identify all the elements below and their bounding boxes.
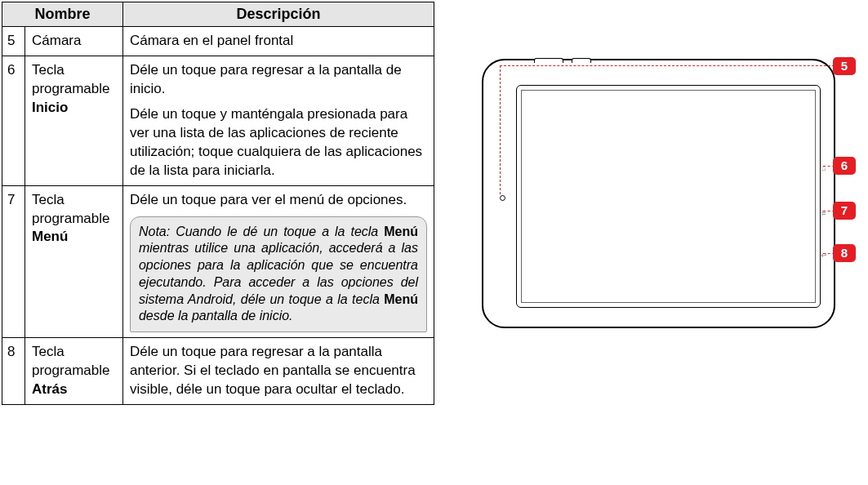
home-softkey-icon: ⌂ (818, 162, 830, 174)
menu-softkey-icon: ≡ (818, 207, 830, 219)
table-row: 7 Tecla programable Menú Déle un toque p… (2, 185, 434, 338)
table-row: 8 Tecla programable Atrás Déle un toque … (2, 338, 434, 405)
note-box: Nota: Cuando le dé un toque a la tecla M… (130, 216, 427, 333)
callout-label-7: 7 (833, 202, 856, 220)
callout-label-6: 6 (833, 157, 856, 175)
row-number: 6 (2, 56, 25, 185)
row-description: Déle un toque para ver el menú de opcion… (122, 185, 434, 338)
device-diagram: ⌂ ≡ ↵ 5 6 7 8 (457, 59, 857, 332)
table-row: 6 Tecla programable Inicio Déle un toque… (2, 56, 434, 185)
leader-line (500, 65, 501, 194)
screen-outline (516, 85, 821, 308)
row-number: 5 (2, 27, 25, 56)
row-name: Cámara (24, 27, 122, 56)
row-number: 8 (2, 338, 25, 405)
camera-icon (500, 195, 505, 201)
back-softkey-icon: ↵ (818, 250, 830, 261)
leader-line (500, 65, 839, 66)
row-number: 7 (2, 185, 25, 338)
row-name: Tecla programable Menú (24, 185, 122, 338)
top-button-icon (534, 58, 563, 63)
row-description: Déle un toque para regresar a la pantall… (122, 338, 434, 405)
callout-label-8: 8 (833, 244, 856, 262)
row-description: Déle un toque para regresar a la pantall… (122, 56, 434, 185)
table-row: 5 Cámara Cámara en el panel frontal (2, 27, 434, 56)
parts-table: Nombre Descripción 5 Cámara Cámara en el… (2, 2, 434, 405)
top-button-icon (572, 58, 591, 63)
row-description: Cámara en el panel frontal (122, 27, 434, 56)
row-name: Tecla programable Atrás (24, 338, 122, 405)
row-name: Tecla programable Inicio (24, 56, 122, 185)
header-description: Descripción (122, 2, 434, 27)
callout-label-5: 5 (833, 57, 856, 75)
tablet-outline: ⌂ ≡ ↵ (482, 59, 835, 328)
header-name: Nombre (2, 2, 123, 27)
screen-inner (521, 90, 816, 303)
